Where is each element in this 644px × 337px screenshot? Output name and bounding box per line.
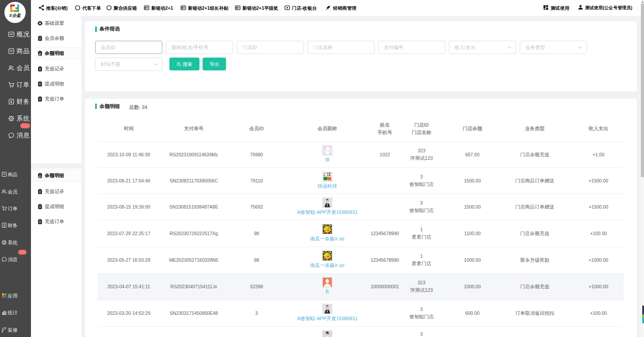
svg-text:E企盈: E企盈: [9, 13, 21, 18]
